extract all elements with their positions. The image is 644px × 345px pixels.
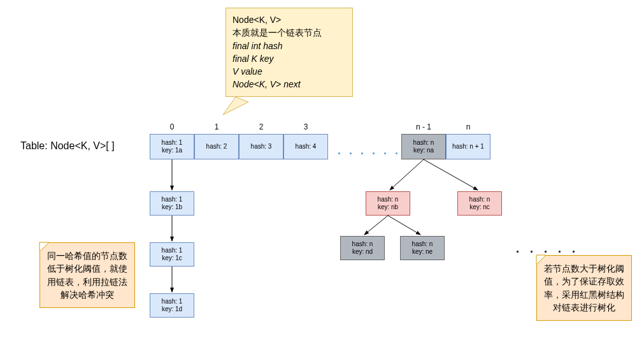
chain-node-2: hash: 1 key: 1c bbox=[150, 242, 194, 267]
bucket-0-key: key: 1a bbox=[162, 147, 182, 154]
callout-tail-icon bbox=[223, 97, 248, 115]
index-n: n bbox=[446, 122, 490, 131]
ellipsis-buckets: . . . . . . bbox=[338, 144, 401, 158]
tree-arrow-root-right bbox=[424, 159, 478, 190]
bucket-n-1-key: key: na bbox=[413, 147, 434, 154]
bucket-3-hash: hash: 4 bbox=[296, 143, 317, 150]
tree-node-lr-hash: hash: n bbox=[412, 240, 433, 248]
tree-node-ll: hash: n key: nd bbox=[340, 236, 385, 260]
index-2: 2 bbox=[239, 122, 283, 131]
tree-arrow-root-left bbox=[390, 159, 424, 190]
chain-node-1-key: key: 1b bbox=[162, 203, 182, 211]
chain-node-1: hash: 1 key: 1b bbox=[150, 191, 194, 216]
bucket-0: hash: 1 key: 1a bbox=[150, 134, 194, 159]
bucket-n-hash: hash: n + 1 bbox=[452, 143, 484, 150]
tree-arrow-l-ll bbox=[364, 216, 388, 235]
ellipsis-tree: . . . . . bbox=[516, 242, 579, 256]
tree-node-ll-hash: hash: n bbox=[352, 240, 373, 248]
tree-node-right-hash: hash: n bbox=[469, 196, 490, 203]
tree-node-lr: hash: n key: ne bbox=[400, 236, 445, 260]
tree-node-right: hash: n key: nc bbox=[457, 191, 502, 216]
tree-node-right-key: key: nc bbox=[469, 203, 490, 211]
callout-field-key: final K key bbox=[233, 52, 346, 65]
tree-node-lr-key: key: ne bbox=[412, 248, 433, 256]
chain-node-2-key: key: 1c bbox=[162, 254, 182, 262]
index-0: 0 bbox=[150, 122, 194, 131]
tree-node-ll-key: key: nd bbox=[352, 248, 373, 256]
bucket-0-hash: hash: 1 bbox=[162, 139, 183, 147]
chain-node-3-hash: hash: 1 bbox=[162, 298, 183, 305]
chain-node-1-hash: hash: 1 bbox=[162, 196, 183, 203]
bucket-2-hash: hash: 3 bbox=[251, 143, 272, 150]
callout-title: Node<K, V> bbox=[233, 13, 346, 26]
linked-list-note: 同一哈希值的节点数低于树化阈值，就使用链表，利用拉链法解决哈希冲突 bbox=[39, 242, 135, 308]
chain-node-2-hash: hash: 1 bbox=[162, 247, 183, 254]
callout-field-next: Node<K, V> next bbox=[233, 78, 346, 91]
table-row-right: hash: n key: na hash: n + 1 bbox=[401, 134, 490, 159]
bucket-n-1: hash: n key: na bbox=[401, 134, 446, 159]
chain-node-3-key: key: 1d bbox=[162, 305, 182, 313]
bucket-2: hash: 3 bbox=[239, 134, 283, 159]
tree-note: 若节点数大于树化阈值，为了保证存取效率，采用红黑树结构对链表进行树化 bbox=[536, 255, 632, 321]
callout-field-value: V value bbox=[233, 65, 346, 78]
bucket-n-1-hash: hash: n bbox=[413, 139, 434, 147]
table-row-left: hash: 1 key: 1a hash: 2 hash: 3 hash: 4 bbox=[150, 134, 328, 159]
node-definition-callout: Node<K, V> 本质就是一个链表节点 final int hash fin… bbox=[225, 8, 353, 97]
tree-node-left-hash: hash: n bbox=[378, 196, 399, 203]
bucket-n: hash: n + 1 bbox=[446, 134, 490, 159]
index-n1: n - 1 bbox=[401, 122, 446, 131]
index-3: 3 bbox=[283, 122, 328, 131]
tree-node-left-key: key: nb bbox=[378, 203, 398, 211]
table-label: Table: Node<K, V>[ ] bbox=[20, 140, 115, 152]
tree-arrow-l-lr bbox=[388, 216, 420, 235]
callout-sub: 本质就是一个链表节点 bbox=[233, 26, 346, 39]
callout-field-hash: final int hash bbox=[233, 40, 346, 52]
index-1: 1 bbox=[194, 122, 239, 131]
bucket-1-hash: hash: 2 bbox=[206, 143, 227, 150]
bucket-1: hash: 2 bbox=[194, 134, 239, 159]
tree-node-left: hash: n key: nb bbox=[366, 191, 410, 216]
bucket-3: hash: 4 bbox=[283, 134, 328, 159]
chain-node-3: hash: 1 key: 1d bbox=[150, 293, 194, 318]
